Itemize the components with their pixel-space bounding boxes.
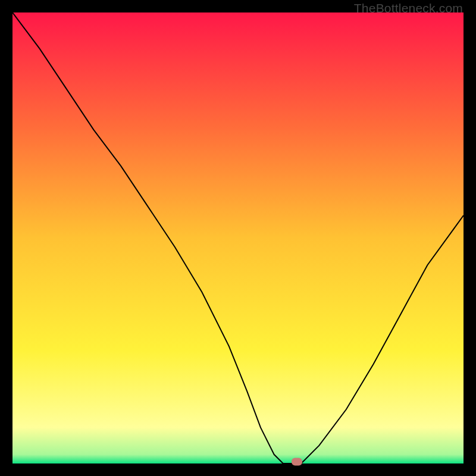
- highlight-marker: [292, 458, 302, 466]
- chart-plot: [12, 12, 464, 464]
- chart-container: TheBottleneck.com: [0, 0, 476, 476]
- chart-background: [12, 12, 464, 464]
